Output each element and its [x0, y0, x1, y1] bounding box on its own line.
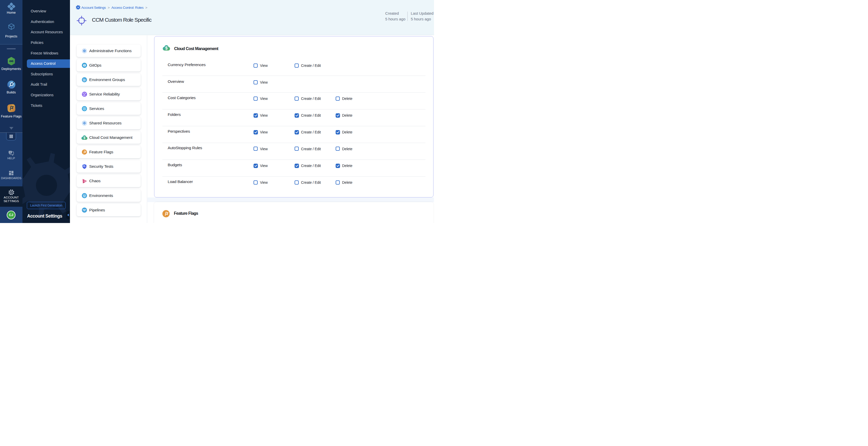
svg-text:?: ? [9, 151, 11, 154]
svg-text:$: $ [165, 46, 167, 50]
svg-text:$: $ [83, 136, 85, 140]
